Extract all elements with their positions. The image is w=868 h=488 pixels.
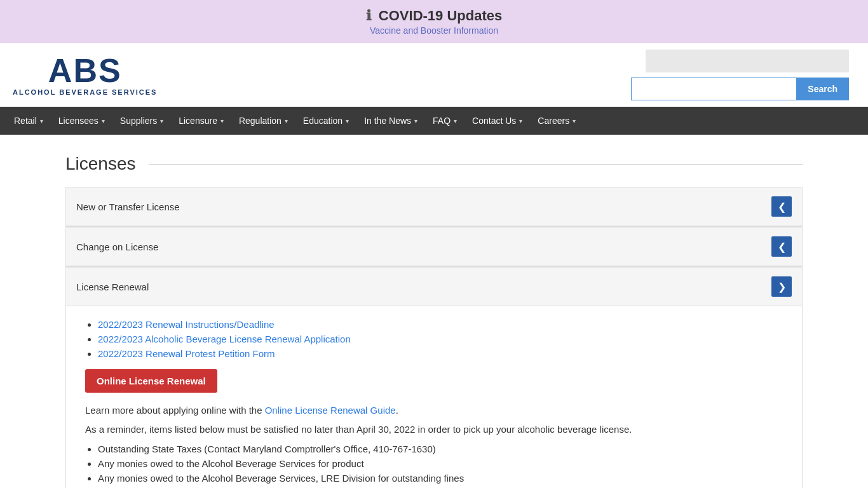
nav-item-licensees[interactable]: Licensees ▾ [51, 107, 112, 135]
search-input[interactable] [631, 78, 796, 100]
chevron-down-icon: ▾ [285, 118, 288, 125]
header: ABS ALCOHOL BEVERAGE SERVICES Search [0, 43, 868, 107]
logo-full-name: ALCOHOL BEVERAGE SERVICES [13, 88, 157, 96]
accordion-renewal: License Renewal ❯ 2022/2023 Renewal Inst… [65, 267, 803, 488]
list-item: 2022/2023 Renewal Instructions/Deadline [98, 319, 783, 330]
accordion-new-transfer: New or Transfer License ❮ [65, 187, 803, 227]
accordion-header-new-transfer[interactable]: New or Transfer License ❮ [66, 187, 802, 226]
online-license-renewal-button[interactable]: Online License Renewal [85, 369, 217, 393]
list-item: Any monies owed to the Alcohol Beverage … [98, 458, 783, 469]
accordion-label-new-transfer: New or Transfer License [76, 201, 180, 212]
chevron-down-icon: ▾ [160, 118, 163, 125]
list-item: Outstanding State Taxes (Contact Marylan… [98, 444, 783, 454]
nav-item-regulation[interactable]: Regulation ▾ [231, 107, 295, 135]
list-item: 2022/2023 Alcoholic Beverage License Ren… [98, 334, 783, 344]
page-title: Licenses [65, 154, 136, 174]
accordion-content-renewal: 2022/2023 Renewal Instructions/Deadline … [66, 306, 802, 488]
chevron-down-icon: ▾ [573, 118, 576, 125]
accordion-toggle-renewal[interactable]: ❯ [771, 276, 792, 297]
chevron-down-icon: ▾ [220, 118, 224, 125]
renewal-para2: As a reminder, items listed below must b… [85, 422, 783, 437]
accordion-change: Change on License ❮ [65, 227, 803, 267]
nav-item-suppliers[interactable]: Suppliers ▾ [112, 107, 171, 135]
renewal-para1: Learn more about applying online with th… [85, 403, 783, 418]
covid-banner: ℹ COVID-19 Updates Vaccine and Booster I… [0, 0, 868, 43]
list-item: 2022/2023 Renewal Protest Petition Form [98, 348, 783, 359]
nav-item-in-the-news[interactable]: In the News ▾ [356, 107, 425, 135]
covid-title: ℹ COVID-19 Updates [13, 8, 855, 24]
accordion-label-change: Change on License [76, 241, 158, 252]
chevron-down-icon: ▾ [414, 118, 417, 125]
nav-item-retail[interactable]: Retail ▾ [6, 107, 51, 135]
search-row: Search [631, 78, 849, 100]
page-title-area: Licenses [65, 154, 803, 174]
accordion-label-renewal: License Renewal [76, 281, 149, 292]
nav-item-faq[interactable]: FAQ ▾ [425, 107, 465, 135]
main-navigation: Retail ▾ Licensees ▾ Suppliers ▾ Licensu… [0, 107, 868, 135]
accordion-header-renewal[interactable]: License Renewal ❯ [66, 268, 802, 306]
chevron-down-icon: ▾ [40, 118, 43, 125]
nav-item-careers[interactable]: Careers ▾ [530, 107, 583, 135]
search-button[interactable]: Search [796, 78, 849, 100]
info-icon: ℹ [366, 8, 371, 24]
renewal-links-list: 2022/2023 Renewal Instructions/Deadline … [98, 319, 783, 359]
renewal-link-instructions[interactable]: 2022/2023 Renewal Instructions/Deadline [98, 319, 275, 330]
search-area: Search [631, 50, 849, 100]
nav-item-education[interactable]: Education ▾ [295, 107, 356, 135]
title-divider [149, 164, 803, 165]
chevron-down-icon: ▾ [519, 118, 522, 125]
logo: ABS ALCOHOL BEVERAGE SERVICES [13, 54, 157, 96]
nav-item-contact-us[interactable]: Contact Us ▾ [465, 107, 530, 135]
renewal-requirements-list: Outstanding State Taxes (Contact Marylan… [98, 444, 783, 484]
logo-abbr: ABS [48, 54, 122, 87]
renewal-link-petition[interactable]: 2022/2023 Renewal Protest Petition Form [98, 348, 275, 359]
main-content: Licenses New or Transfer License ❮ Chang… [53, 135, 815, 488]
covid-subtitle: Vaccine and Booster Information [13, 25, 855, 36]
chevron-down-icon: ▾ [346, 118, 349, 125]
chevron-down-icon: ▾ [102, 118, 105, 125]
accordion-header-change[interactable]: Change on License ❮ [66, 227, 802, 266]
nav-item-licensure[interactable]: Licensure ▾ [171, 107, 231, 135]
search-top-box [646, 50, 849, 72]
accordion-toggle-new-transfer[interactable]: ❮ [771, 196, 792, 217]
chevron-down-icon: ▾ [454, 118, 457, 125]
renewal-guide-link[interactable]: Online License Renewal Guide [265, 405, 396, 416]
accordion-toggle-change[interactable]: ❮ [771, 236, 792, 257]
renewal-link-application[interactable]: 2022/2023 Alcoholic Beverage License Ren… [98, 334, 351, 344]
list-item: Any monies owed to the Alcohol Beverage … [98, 473, 783, 484]
